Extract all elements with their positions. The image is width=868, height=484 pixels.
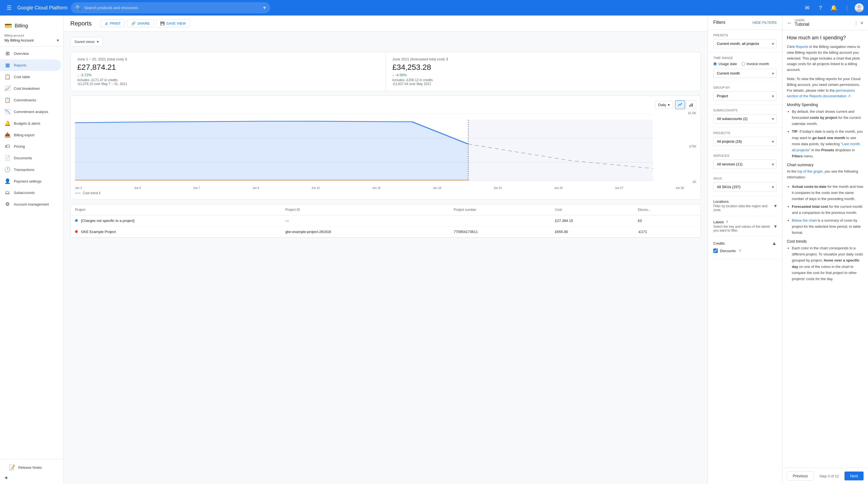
sidebar-label-payment-settings: Payment settings <box>14 179 41 183</box>
time-range-radio-group: Usage date Invoice month <box>713 62 777 66</box>
hide-filters-button[interactable]: HIDE FILTERS <box>752 21 777 25</box>
discounts-help-icon[interactable]: ? <box>739 249 741 253</box>
x-label-3: Jun 9 <box>252 187 259 190</box>
table-container: Project Project ID Project number Cost D… <box>70 204 701 238</box>
avatar[interactable] <box>855 3 864 12</box>
sidebar-collapse-btn[interactable]: ◀ <box>4 473 59 482</box>
below-chart-link[interactable]: Below the chart <box>792 218 817 223</box>
chart-type-select[interactable]: Daily ▾ <box>655 101 673 109</box>
bar-chart-btn[interactable] <box>686 100 696 109</box>
time-range-select[interactable]: Current month <box>713 69 777 78</box>
sidebar-item-account-management[interactable]: ⚙ Account management <box>0 198 61 210</box>
project-number-0 <box>449 215 551 226</box>
discounts-checkbox-input[interactable] <box>713 249 718 253</box>
sidebar-item-cost-table[interactable]: 📋 Cost table <box>0 71 61 83</box>
tutorial-back-button[interactable]: ← <box>787 20 793 26</box>
permissions-link[interactable]: permissions section of the Reports docum… <box>787 88 855 98</box>
project-id-0: — <box>281 215 450 226</box>
summary-cards-row: June 1 – 25, 2021 (total cost) ℹ £27,874… <box>70 52 701 91</box>
usage-date-radio-input[interactable] <box>713 62 717 66</box>
bell-icon[interactable]: 🔔 <box>828 2 839 13</box>
credits-label: Credits <box>713 241 724 246</box>
project-cost-0: £27,384.15 <box>551 215 633 226</box>
saved-views-button[interactable]: Saved views ▾ <box>70 37 103 46</box>
print-button[interactable]: 🖨 PRINT <box>100 19 125 27</box>
more-vert-icon[interactable]: ⋮ <box>841 2 852 13</box>
credits-chevron-icon[interactable]: ▲ <box>772 240 777 246</box>
locations-info: Locations Filter by location data like r… <box>713 199 774 212</box>
sidebar-item-documents[interactable]: 📄 Documents <box>0 152 61 164</box>
tutorial-more-icon[interactable]: ⋮ <box>854 21 858 25</box>
group-by-select-wrapper[interactable]: Project <box>713 91 777 101</box>
tutorial-close-button[interactable]: ✕ <box>860 21 864 25</box>
tutorial-next-button[interactable]: Next <box>844 472 864 480</box>
menu-icon[interactable]: ☰ <box>4 2 14 13</box>
billing-account-select[interactable]: My Billing Account ▾ <box>4 38 59 43</box>
bar-chart-icon <box>689 102 693 107</box>
info-icon-forecast[interactable]: ℹ <box>446 57 448 61</box>
sidebar-item-release-notes[interactable]: 📝 Release Notes <box>4 461 57 473</box>
search-input[interactable] <box>84 5 260 10</box>
skus-select[interactable]: All SKUs (157) <box>713 182 777 192</box>
usage-date-radio[interactable]: Usage date <box>713 62 737 66</box>
labels-help-icon[interactable]: ? <box>726 220 728 224</box>
services-select-wrapper[interactable]: All services (11) <box>713 160 777 169</box>
summary-title-actual: June 1 – 25, 2021 (total cost) ℹ <box>77 57 379 61</box>
group-by-select[interactable]: Project <box>713 91 777 101</box>
presets-select-wrapper[interactable]: Current month, all projects <box>713 39 777 48</box>
top-of-graph-link[interactable]: top of the graph <box>798 169 823 173</box>
tutorial-intro: Click Reports in the Billing navigation … <box>787 44 864 73</box>
locations-collapse[interactable]: Locations Filter by location data like r… <box>708 196 782 216</box>
arrow-down-actual: ↓ <box>77 73 79 77</box>
sidebar-item-cost-breakdown[interactable]: 📈 Cost breakdown <box>0 83 61 94</box>
top-nav: ☰ Google Cloud Platform 🔍 ▾ ✉ ? 🔔 ⋮ <box>0 0 868 16</box>
mail-icon[interactable]: ✉ <box>802 2 813 13</box>
subaccounts-label: Subaccounts <box>713 109 777 112</box>
legend-info-icon[interactable]: ℹ <box>99 191 100 195</box>
subaccounts-select[interactable]: All subaccounts (2) <box>713 114 777 123</box>
summary-sub2-actual: -£1,076.15 over May 7 – 31, 2021 <box>77 82 379 86</box>
chart-summary-item-1: Forecasted total cost for the current mo… <box>792 204 864 216</box>
monthly-spending-item-0: By default, the chart shows current and … <box>792 109 864 127</box>
main-content: Reports 🖨 PRINT 🔗 SHARE 💾 SAVE VIEW Save… <box>64 16 708 484</box>
discounts-checkbox[interactable]: Discounts ? <box>713 246 777 255</box>
tutorial-title-text: Tutorial <box>795 22 809 27</box>
sidebar-item-commitments[interactable]: 📋 Commitments <box>0 94 61 106</box>
time-range-select-wrapper[interactable]: Current month <box>713 69 777 78</box>
invoice-month-radio-input[interactable] <box>742 62 745 66</box>
sidebar-item-budgets-alerts[interactable]: 🔔 Budgets & alerts <box>0 117 61 129</box>
tutorial-prev-button[interactable]: Previous <box>787 471 813 481</box>
sidebar-item-overview[interactable]: ⊞ Overview <box>0 48 61 59</box>
sidebar-item-reports[interactable]: ▦ Reports <box>0 59 61 71</box>
invoice-month-radio[interactable]: Invoice month <box>742 62 769 66</box>
info-icon-actual[interactable]: ℹ <box>125 57 127 61</box>
subaccounts-select-wrapper[interactable]: All subaccounts (2) <box>713 114 777 123</box>
save-view-icon: 💾 <box>160 21 165 26</box>
svg-marker-12 <box>75 121 468 181</box>
sidebar-item-pricing[interactable]: 🏷 Pricing <box>0 141 61 152</box>
page-header: Reports 🖨 PRINT 🔗 SHARE 💾 SAVE VIEW <box>64 16 708 32</box>
share-button[interactable]: 🔗 SHARE <box>127 19 154 27</box>
save-view-button[interactable]: 💾 SAVE VIEW <box>156 19 190 27</box>
sidebar-item-billing-export[interactable]: 📤 Billing export <box>0 129 61 141</box>
reports-link[interactable]: Reports <box>796 45 808 49</box>
help-icon[interactable]: ? <box>815 2 826 13</box>
col-cost: Cost <box>551 204 633 215</box>
sidebar-item-payment-settings[interactable]: 👤 Payment settings <box>0 175 61 187</box>
search-dropdown-icon[interactable]: ▾ <box>263 5 266 11</box>
presets-select[interactable]: Current month, all projects <box>713 39 777 48</box>
projects-select-wrapper[interactable]: All projects (16) <box>713 137 777 146</box>
x-label-9: Jun 27 <box>615 187 623 190</box>
sidebar-item-transactions[interactable]: 🕐 Transactions <box>0 164 61 175</box>
labels-collapse[interactable]: Labels ? Select the key and values of th… <box>708 216 782 236</box>
projects-select[interactable]: All projects (16) <box>713 137 777 146</box>
services-select[interactable]: All services (11) <box>713 160 777 169</box>
sidebar-item-subaccounts[interactable]: 🗂 Subaccounts <box>0 187 61 198</box>
project-discount-0: £0 <box>633 215 701 226</box>
skus-select-wrapper[interactable]: All SKUs (157) <box>713 182 777 192</box>
summary-amount-forecast: £34,253.28 <box>393 63 694 72</box>
sidebar-item-commitment-analysis[interactable]: 📉 Commitment analysis <box>0 106 61 117</box>
col-project-id: Project ID <box>281 204 450 215</box>
search-bar[interactable]: 🔍 ▾ <box>71 2 270 13</box>
line-chart-btn[interactable] <box>675 100 685 109</box>
